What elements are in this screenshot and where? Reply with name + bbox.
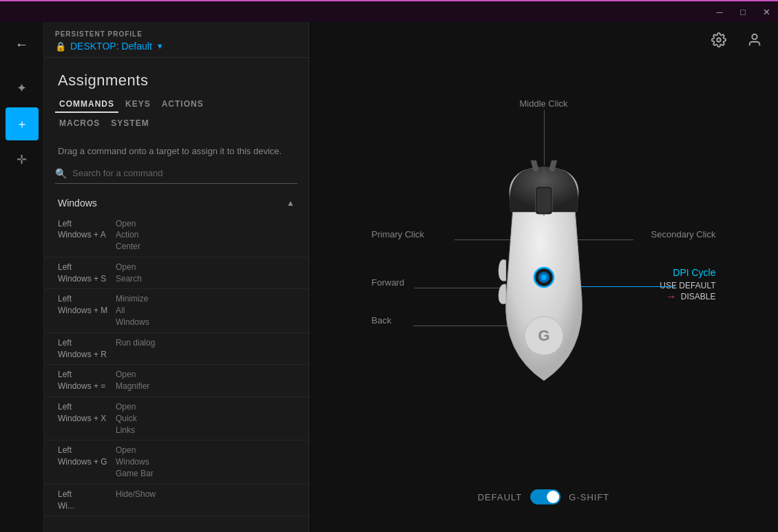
command-action: Open Action Center [116, 218, 140, 253]
command-key: Left Windows + R [58, 337, 113, 361]
toggle-switch[interactable] [530, 489, 560, 504]
list-item[interactable]: Left Windows + S Open Search [44, 257, 308, 290]
user-icon-btn[interactable] [742, 28, 767, 52]
mouse-visualization: Middle Click Primary Click Secondary Cli… [372, 92, 716, 477]
persistent-profile-label: PERSISTENT PROFILE [55, 30, 297, 38]
close-button[interactable]: ✕ [760, 7, 772, 17]
secondary-click-label: Secondary Click [651, 229, 716, 240]
search-box[interactable]: 🔍 [55, 168, 297, 184]
disable-option[interactable]: → DISABLE [660, 290, 715, 303]
minimize-button[interactable]: ─ [713, 7, 726, 17]
command-action: Open Quick Links [116, 401, 137, 436]
main-area: Middle Click Primary Click Secondary Cli… [309, 22, 778, 532]
list-item[interactable]: Left Windows + A Open Action Center [44, 214, 308, 257]
section-collapse-icon: ▲ [286, 198, 295, 208]
command-action: Open Windows Game Bar [116, 445, 154, 479]
list-item[interactable]: Left Windows + X Open Quick Links [44, 397, 308, 440]
tab-navigation-2: MACROS SYSTEM [44, 116, 308, 132]
tab-actions[interactable]: ACTIONS [158, 96, 208, 113]
command-key: Left Wi... [58, 489, 113, 512]
gshift-label: G-SHIFT [569, 492, 609, 502]
arrow-icon: → [666, 290, 677, 303]
list-item[interactable]: Left Wi... Hide/Show [44, 485, 308, 517]
commands-list: Windows ▲ Left Windows + A Open Action C… [44, 192, 308, 533]
primary-click-label: Primary Click [372, 229, 425, 240]
command-action: Open Magnifier [116, 369, 149, 392]
command-action: Hide/Show [116, 489, 156, 512]
list-item[interactable]: Left Windows + = Open Magnifier [44, 365, 308, 397]
search-icon: 🔍 [55, 168, 67, 179]
svg-rect-4 [537, 188, 551, 213]
icon-sidebar: ← ✦ ＋ ✛ [0, 22, 44, 532]
search-input[interactable] [72, 168, 297, 178]
maximize-button[interactable]: □ [737, 7, 749, 17]
list-item[interactable]: Left Windows + G Open Windows Game Bar [44, 440, 308, 484]
tab-macros[interactable]: MACROS [55, 116, 104, 132]
profile-header: PERSISTENT PROFILE 🔒 DESKTOP: Default ▼ [44, 22, 308, 58]
desktop-label-row: 🔒 DESKTOP: Default ▼ [55, 41, 297, 52]
brightness-icon: ✦ [17, 81, 27, 96]
settings-icon-btn[interactable] [706, 28, 731, 52]
back-button[interactable]: ← [6, 28, 39, 61]
drag-instruction: Drag a command onto a target to assign i… [44, 135, 308, 165]
command-action: Minimize All Windows [116, 293, 149, 328]
tab-commands[interactable]: COMMANDS [55, 96, 118, 113]
command-action: Open Search [116, 262, 142, 285]
default-label: DEFAULT [478, 492, 523, 502]
desktop-label: DESKTOP: Default [70, 41, 152, 52]
command-key: Left Windows + A [58, 218, 113, 253]
svg-text:G: G [538, 327, 549, 344]
svg-point-1 [752, 34, 757, 39]
tab-navigation: COMMANDS KEYS ACTIONS [44, 96, 308, 113]
command-key: Left Windows + G [58, 445, 113, 479]
list-item[interactable]: Left Windows + M Minimize All Windows [44, 289, 308, 332]
command-key: Left Windows + M [58, 293, 113, 328]
top-right-icons [706, 28, 767, 52]
content-area: PERSISTENT PROFILE 🔒 DESKTOP: Default ▼ … [44, 22, 778, 532]
back-label: Back [372, 315, 392, 326]
move-icon: ✛ [17, 152, 27, 167]
middle-click-line [544, 110, 545, 165]
section-title: Windows [58, 198, 97, 209]
profile-toggle: DEFAULT G-SHIFT [478, 489, 610, 504]
lock-icon: 🔒 [55, 41, 66, 52]
middle-click-label: Middle Click [519, 98, 567, 109]
page-title: Assignments [44, 58, 308, 96]
toggle-thumb [547, 491, 559, 503]
svg-point-7 [541, 275, 547, 280]
titlebar: ─ □ ✕ [0, 0, 778, 22]
disable-label: DISABLE [681, 292, 716, 301]
tab-system[interactable]: SYSTEM [107, 116, 153, 132]
mouse-svg: G [475, 160, 613, 397]
move-icon-btn[interactable]: ✛ [6, 143, 39, 176]
forward-label: Forward [372, 277, 405, 288]
plus-icon: ＋ [16, 116, 28, 132]
brightness-icon-btn[interactable]: ✦ [6, 72, 39, 105]
app-container: ← ✦ ＋ ✛ PERSISTENT PROFILE 🔒 DESKTOP: De… [0, 22, 778, 532]
command-key: Left Windows + = [58, 369, 113, 392]
command-key: Left Windows + X [58, 401, 113, 436]
list-item[interactable]: Left Windows + R Run dialog [44, 333, 308, 365]
left-panel: PERSISTENT PROFILE 🔒 DESKTOP: Default ▼ … [44, 22, 309, 532]
command-key: Left Windows + S [58, 262, 113, 285]
dpi-cycle-label: DPI Cycle [660, 267, 715, 278]
chevron-down-icon[interactable]: ▼ [156, 42, 164, 50]
tab-keys[interactable]: KEYS [121, 96, 155, 113]
dpi-cycle-popup: DPI Cycle USE DEFAULT → DISABLE [660, 267, 715, 303]
svg-point-0 [717, 38, 721, 42]
command-action: Run dialog [116, 337, 155, 361]
use-default-option[interactable]: USE DEFAULT [660, 281, 715, 290]
add-icon-btn[interactable]: ＋ [6, 107, 39, 140]
windows-section-header[interactable]: Windows ▲ [44, 192, 308, 214]
